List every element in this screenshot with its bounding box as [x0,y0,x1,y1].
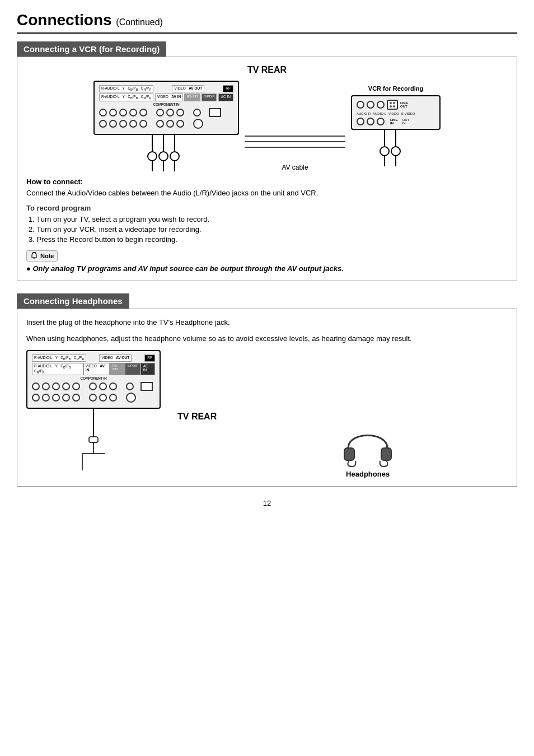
note-icon: Note [26,250,58,262]
av-cable-label: AV cable [282,164,308,171]
note-label: Note [40,253,54,259]
hp-port-3 [52,382,60,390]
rs232-btn: RS-232 [184,94,200,101]
svg-rect-26 [381,448,391,460]
hp-port-9 [126,382,134,390]
line-out-label: LINEOUT [400,101,408,108]
hp-port-1 [32,382,40,390]
hp-port-8 [109,382,117,390]
vcr-port-row-1: LINEOUT [357,100,435,110]
port-4 [129,109,137,116]
audio-r-label: AUDIO R [357,112,371,115]
hp-tv-area: R·AUDIO·L Y CB/PB CR/PR VIDEO AV OUT RF … [26,350,161,477]
tv-top-labels-2: R·AUDIO·L Y CB/PB CR/PR VIDEO AV IN RS-2… [99,94,233,101]
label-video-avin: VIDEO AV IN [155,94,184,101]
port-14 [139,120,147,128]
port-1 [99,109,107,116]
svideo-label: S-VIDEO [401,112,415,115]
port-5 [139,109,147,116]
port-rect-1 [209,108,221,117]
vcr-section-box: TV REAR R·AUDIO·L Y CB/PB CR/PR VIDEO AV… [17,57,517,281]
page-number: 12 [17,499,517,507]
port-15 [156,120,164,128]
tv-rear-label: TV REAR [26,65,508,75]
label-video-avout: VIDEO AV OUT [172,85,204,92]
hp-port-12 [52,394,60,402]
line-in-label: LINEIN [390,118,398,125]
vcr-cable-svg [133,135,200,174]
hp-intro-2: When using headphones, adjust the headph… [26,333,508,344]
hp-port-5 [72,382,80,390]
hp-port-row-1 [32,382,155,391]
step-1: 1. Turn on your TV, select a program you… [29,215,508,223]
component-in-label: COMPONENT IN [99,102,233,106]
headphones-label: Headphones [346,470,390,478]
hp-label-bot-1: R·AUDIO·L Y CB/PB CR/PR [32,363,83,376]
spdif-btn: S/PDIF [202,94,217,101]
port-11 [109,120,117,128]
label-r-audio-l-bot: R·AUDIO·L Y CB/PB CR/PR [99,94,153,101]
vcr-port-row-2: LINEIN OUTIN [357,118,435,125]
hp-ac-in: AC IN [140,363,155,376]
hp-rf-btn: RF [144,354,155,362]
vcr-port-4 [357,118,364,125]
svg-point-4 [159,152,168,161]
hp-port-6 [89,382,97,390]
page-title: Connections (Continued) [17,11,517,34]
vcr-unit: LINEOUT AUDIO R AUDIO L VIDEO S-VIDEO LI… [351,95,441,130]
headphone-icon [340,417,396,468]
note-box: Note ● Only analog TV programs and AV in… [26,250,508,273]
hp-port-7 [99,382,107,390]
headphones-section-header: Connecting Headphones [17,293,129,309]
hp-port-2 [42,382,50,390]
vcr-svideo [387,100,398,110]
port-17 [176,120,184,128]
tv-top-labels: R·AUDIO·L Y CB/PB CR/PR VIDEO AV OUT RF [99,85,233,92]
label-r-audio-l-top: R·AUDIO·L Y CB/PB CR/PR [99,85,153,92]
audio-l-label: AUDIO L [373,112,386,115]
svg-rect-25 [344,448,354,460]
video-label: VIDEO [388,112,399,115]
hp-tv-top-labels-2: R·AUDIO·L Y CB/PB CR/PR VIDEO AV IN RS-2… [32,363,155,376]
hp-port-16 [99,394,107,402]
port-10 [99,120,107,128]
rf-button: RF [223,85,233,92]
av-cable-line [245,128,345,161]
how-to-text: Connect the Audio/Video cables between t… [26,189,508,197]
hp-port-18 [126,393,136,403]
port-2 [109,109,117,116]
hp-spdif: S/PDIF [125,363,140,376]
vcr-recording-label: VCR for Recording [368,85,423,92]
hp-port-4 [62,382,70,390]
svg-rect-21 [89,437,98,442]
vcr-port-2 [367,101,374,109]
hp-port-13 [62,394,70,402]
svg-point-5 [170,152,179,161]
port-16 [166,120,174,128]
hp-label-top-1: R·AUDIO·L Y CB/PB CR/PR [32,354,86,362]
vcr-section: Connecting a VCR (for Recording) TV REAR… [17,41,517,281]
step-2: 2. Turn on your VCR, insert a videotape … [29,225,508,234]
hp-diagram: R·AUDIO·L Y CB/PB CR/PR VIDEO AV OUT RF … [26,350,508,478]
to-record-title: To record program [26,204,508,212]
port-8 [176,109,184,116]
out-in-label: OUTIN [402,118,410,125]
av-cable-area: AV cable [245,83,345,171]
svg-point-14 [380,147,389,156]
hp-label-video-avin: VIDEO AV IN [83,363,110,376]
port-18 [193,119,203,129]
vcr-port-5 [367,118,374,125]
port-7 [166,109,174,116]
hp-tv-top-labels: R·AUDIO·L Y CB/PB CR/PR VIDEO AV OUT RF [32,354,155,362]
port-13 [129,120,137,128]
hp-label-video-avout: VIDEO AV OUT [99,354,132,362]
port-6 [156,109,164,116]
vcr-port-6 [377,118,385,125]
vcr-cable-bottom-svg [373,130,418,169]
hp-port-row-2 [32,393,155,403]
vcr-audio-labels: AUDIO R AUDIO L VIDEO S-VIDEO [357,112,435,115]
hp-port-rect [140,382,153,391]
ac-in-btn: AC IN [218,94,233,101]
hp-port-14 [72,394,80,402]
hp-port-17 [109,394,117,402]
